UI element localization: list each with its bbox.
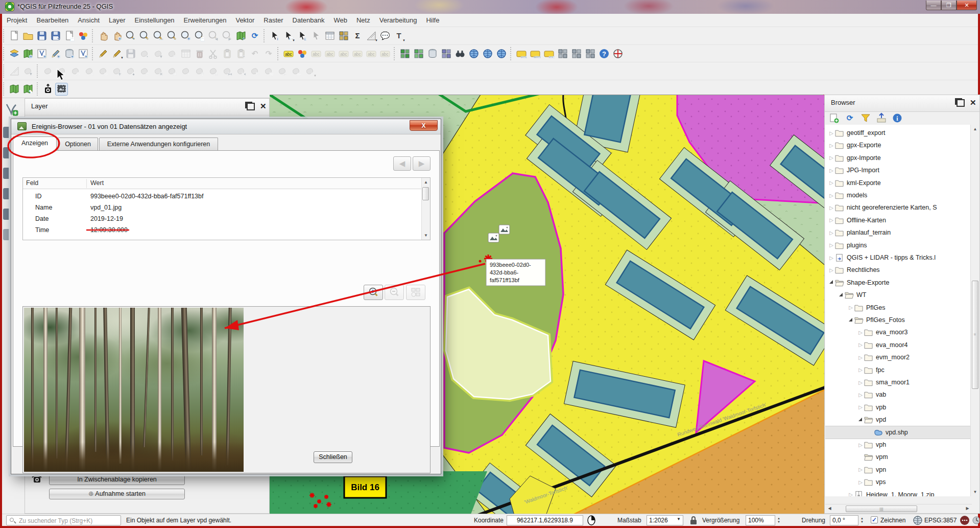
digitize-icon[interactable]: • <box>138 47 151 60</box>
delete-selected-icon[interactable] <box>193 47 206 60</box>
offset-symbols-icon[interactable]: ↹ <box>262 65 275 78</box>
db-manager-icon[interactable] <box>426 47 439 60</box>
snapping-options-icon[interactable]: ▼ <box>21 65 34 78</box>
tree-item-qgis-lidar-tipps-tricks-l[interactable]: ▷QGIS + LIDAR - tipps & Tricks.l <box>825 251 972 264</box>
grid-tool-1-icon[interactable] <box>556 47 569 60</box>
tab-anzeigen[interactable]: Anzeigen <box>13 136 57 151</box>
tree-item-vph[interactable]: ▷vph <box>825 439 972 451</box>
merge-attributes-icon[interactable]: ⧒ <box>234 65 247 78</box>
rotation-spinner[interactable]: ▲▼ <box>858 515 866 525</box>
label-show-hide-icon[interactable]: abc <box>351 47 364 60</box>
tree-collapsed-icon[interactable]: ▷ <box>828 255 834 261</box>
open-attribute-table-icon[interactable] <box>323 30 336 42</box>
tree-item-vpn[interactable]: ▷vpn <box>825 464 972 476</box>
coordinate-capture-icon[interactable] <box>611 47 624 60</box>
rotate-symbols-icon[interactable]: ↻ <box>248 65 261 78</box>
tree-expanded-icon[interactable] <box>839 293 843 296</box>
dialog-titlebar[interactable]: Ereignis-Browser - 01 von 01 Datensätzen… <box>11 119 441 134</box>
tree-collapsed-icon[interactable]: ▷ <box>857 330 864 335</box>
tree-collapsed-icon[interactable]: ▷ <box>828 155 834 160</box>
html-export-icon[interactable]: HTML <box>529 47 541 60</box>
tree-item-nicht-georeferenzierte-karten-s[interactable]: ▷nicht georeferenzierte Karten, S <box>825 201 972 214</box>
menu-netz[interactable]: Netz <box>352 14 375 27</box>
label-single-icon[interactable]: abc <box>309 47 322 60</box>
copy-to-clipboard-button[interactable]: In Zwischenablage kopieren <box>49 474 185 485</box>
tree-collapsed-icon[interactable]: ▷ <box>828 193 834 198</box>
tree-collapsed-icon[interactable]: ▷ <box>857 404 864 410</box>
maximize-button[interactable]: ❐ <box>941 1 957 10</box>
menu-vektor[interactable]: Vektor <box>231 14 259 27</box>
mouse-extent-toggle-icon[interactable] <box>586 515 597 527</box>
tree-item-evm-moor2[interactable]: ▷evm_moor2 <box>825 351 972 363</box>
tree-expanded-icon[interactable] <box>849 318 852 322</box>
tree-collapsed-icon[interactable]: ▷ <box>828 267 834 273</box>
tree-item-wt[interactable]: WT <box>825 289 972 301</box>
next-record-button[interactable]: ▶ <box>413 156 431 171</box>
deselect-features-icon[interactable]: ✕ <box>309 30 322 42</box>
map-annotate-icon[interactable]: ✎ <box>21 83 34 96</box>
tree-item-heidew-1-moorw-1-zip[interactable]: ▷Heidew_1, Moorw_1.zip <box>825 489 972 496</box>
undo-icon[interactable]: ↶ <box>248 47 261 60</box>
new-postgis-icon[interactable]: ✱ <box>63 47 76 60</box>
column-wert[interactable]: Wert <box>90 179 104 187</box>
tree-collapsed-icon[interactable]: ▷ <box>828 143 834 148</box>
tree-item-jpg-import[interactable]: ▷JPG-Import <box>825 164 972 176</box>
statistical-summary-icon[interactable]: Σ <box>351 30 364 42</box>
menu-hilfe[interactable]: Hilfe <box>421 14 444 27</box>
modify-attributes-icon[interactable] <box>179 47 192 60</box>
add-part-icon[interactable]: ✚ <box>110 65 123 78</box>
zoom-in-photo-button[interactable] <box>364 285 383 300</box>
kml-export-icon[interactable]: KML <box>515 47 528 60</box>
tree-item-vps[interactable]: ▷vps <box>825 476 972 488</box>
tree-item-rechtliches[interactable]: ▷Rechtliches <box>825 264 972 276</box>
tree-item-sma-moor1[interactable]: ▷sma_moor1 <box>825 376 972 388</box>
pan-to-selection-icon[interactable]: ✱ <box>110 30 123 42</box>
zoom-in-icon[interactable]: + <box>124 30 137 42</box>
processing-toolbox-icon[interactable] <box>398 47 411 60</box>
add-selected-layers-icon[interactable] <box>827 111 840 124</box>
new-map-view-icon[interactable]: + <box>234 30 247 42</box>
tree-item-offline-karten[interactable]: ▷Offline-Karten <box>825 214 972 226</box>
minimize-button[interactable]: — <box>926 1 941 10</box>
menu-verarbeitung[interactable]: Verarbeitung <box>375 14 422 27</box>
web-service-3-icon[interactable] <box>495 47 508 60</box>
tree-collapsed-icon[interactable]: ▷ <box>828 180 834 186</box>
menu-projekt[interactable]: Projekt <box>2 14 32 27</box>
photo-marker-icon[interactable] <box>499 225 510 234</box>
zoom-to-selection-icon[interactable]: ✱ <box>179 30 192 42</box>
close-window-button[interactable]: ✕ <box>957 1 977 10</box>
delete-part-icon[interactable]: ✖ <box>152 65 164 78</box>
field-calculator-icon[interactable] <box>337 30 350 42</box>
tree-collapsed-icon[interactable]: ▷ <box>857 392 864 398</box>
start-capture-button[interactable]: ⊕ Aufnahme starten <box>49 489 185 499</box>
float-panel-icon[interactable] <box>247 103 255 110</box>
tree-collapsed-icon[interactable]: ▷ <box>828 168 834 173</box>
zoom-to-layer-icon[interactable]: ▤ <box>193 30 206 42</box>
evis-event-browser-icon[interactable] <box>55 83 68 96</box>
tree-collapsed-icon[interactable]: ▷ <box>848 492 854 496</box>
new-geopackage-icon[interactable]: ✱ <box>21 47 34 60</box>
zoom-native-icon[interactable]: 1:1 <box>152 30 164 42</box>
menu-ansicht[interactable]: Ansicht <box>73 14 104 27</box>
copy-features-icon[interactable] <box>221 47 233 60</box>
tree-item-kml-exporte[interactable]: ▷kml-Exporte <box>825 177 972 189</box>
collapse-all-icon[interactable] <box>875 111 888 124</box>
advanced-digitize-icon[interactable]: ▼ <box>152 47 164 60</box>
grid-tool-3-icon[interactable] <box>584 47 596 60</box>
web-service-1-icon[interactable] <box>467 47 480 60</box>
tree-expanded-icon[interactable] <box>829 280 833 284</box>
reshape-icon[interactable]: ⌁ <box>179 65 192 78</box>
dock-icon-sliver[interactable] <box>3 147 10 158</box>
event-photo[interactable] <box>24 308 244 472</box>
save-project-icon[interactable] <box>35 30 48 42</box>
add-polygon-feature-icon[interactable] <box>4 102 18 117</box>
tree-collapsed-icon[interactable]: ▷ <box>857 380 864 385</box>
open-project-icon[interactable] <box>21 30 34 42</box>
tree-item-gpx-importe[interactable]: ▷gpx-Importe <box>825 152 972 164</box>
render-checkbox[interactable]: ✓ <box>871 516 878 523</box>
tree-collapsed-icon[interactable]: ▷ <box>857 442 864 448</box>
evis-event-id-icon[interactable] <box>41 83 54 96</box>
dock-icon-sliver[interactable] <box>3 209 10 220</box>
zoom-next-icon[interactable]: ▶ <box>221 30 233 42</box>
new-virtual-layer-icon[interactable]: ✱ <box>77 47 89 60</box>
